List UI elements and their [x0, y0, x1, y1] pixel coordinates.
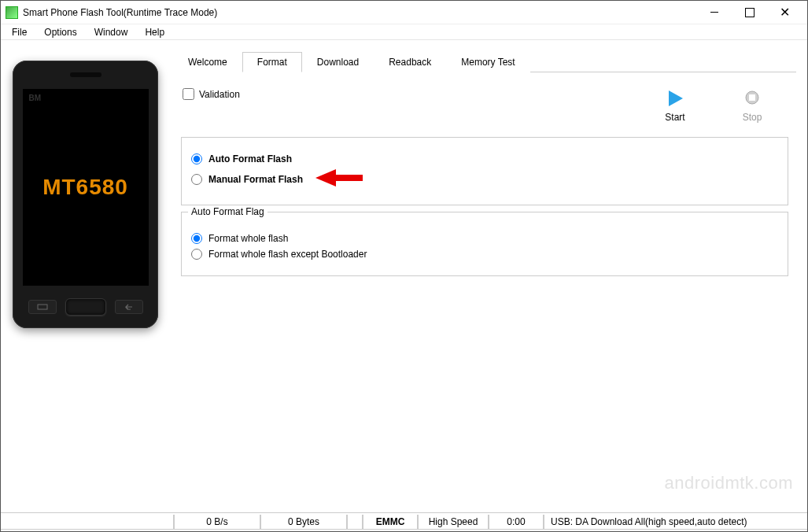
- right-panel: Welcome Format Download Readback Memory …: [170, 40, 807, 512]
- maximize-button[interactable]: [732, 1, 767, 24]
- action-buttons: Start Stop: [656, 88, 771, 123]
- auto-format-flag-group: Auto Format Flag Format whole flash Form…: [181, 212, 788, 276]
- validation-label: Validation: [199, 89, 240, 100]
- phone-screen: BM MT6580: [23, 89, 149, 286]
- stop-label: Stop: [743, 112, 762, 123]
- radio-format-whole-input[interactable]: [191, 233, 202, 244]
- tab-memory-test[interactable]: Memory Test: [446, 52, 529, 72]
- phone-chipset-label: MT6580: [42, 175, 128, 200]
- stop-button[interactable]: Stop: [733, 88, 771, 123]
- tab-content-format: Validation Start Stop: [173, 72, 796, 508]
- status-progress: [1, 515, 174, 530]
- radio-auto-format-input[interactable]: [191, 153, 202, 164]
- phone-home-button: [65, 298, 106, 316]
- phone-buttons: [13, 286, 158, 328]
- stop-icon: [742, 88, 762, 109]
- svg-marker-5: [315, 169, 336, 187]
- format-mode-group: Auto Format Flash Manual Format Flash: [181, 137, 788, 205]
- status-spacer: [347, 515, 363, 530]
- validation-checkbox-wrap: Validation: [183, 88, 656, 100]
- format-top-row: Validation Start Stop: [175, 80, 795, 134]
- menu-options[interactable]: Options: [36, 25, 84, 39]
- radio-format-except-bootloader-label: Format whole flash except Bootloader: [208, 249, 367, 260]
- statusbar: 0 B/s 0 Bytes EMMC High Speed 0:00 USB: …: [1, 512, 807, 531]
- radio-format-whole-label: Format whole flash: [208, 233, 288, 244]
- status-storage: EMMC: [363, 515, 418, 530]
- minimize-button[interactable]: [696, 1, 732, 24]
- radio-auto-format-label: Auto Format Flash: [208, 153, 292, 164]
- arrow-icon: [315, 169, 363, 189]
- tab-format[interactable]: Format: [242, 52, 302, 72]
- svg-rect-0: [38, 305, 47, 309]
- main-area: BM MT6580 Welcome Format Download Readba…: [1, 40, 807, 512]
- status-speed: 0 B/s: [174, 515, 260, 530]
- menu-help[interactable]: Help: [137, 25, 172, 39]
- radio-manual-format-input[interactable]: [191, 174, 202, 185]
- menu-file[interactable]: File: [4, 25, 35, 39]
- tab-download[interactable]: Download: [302, 52, 374, 72]
- status-usb-mode: USB: DA Download All(high speed,auto det…: [544, 515, 807, 530]
- status-bytes: 0 Bytes: [260, 515, 347, 530]
- play-icon: [665, 88, 685, 109]
- svg-marker-1: [669, 91, 683, 106]
- phone-top: [13, 61, 158, 89]
- left-panel: BM MT6580: [1, 40, 170, 512]
- tab-welcome[interactable]: Welcome: [173, 52, 242, 72]
- radio-auto-format: Auto Format Flash: [191, 153, 778, 164]
- phone-mockup: BM MT6580: [13, 61, 158, 328]
- radio-format-except-bootloader-input[interactable]: [191, 249, 202, 260]
- titlebar: Smart Phone Flash Tool(Runtime Trace Mod…: [1, 1, 807, 24]
- phone-speaker: [70, 72, 101, 77]
- auto-format-flag-legend: Auto Format Flag: [188, 206, 267, 217]
- radio-format-whole: Format whole flash: [191, 233, 778, 244]
- phone-corner-label: BM: [29, 94, 42, 102]
- tab-readback[interactable]: Readback: [374, 52, 446, 72]
- start-button[interactable]: Start: [656, 88, 694, 123]
- radio-manual-format-label: Manual Format Flash: [208, 174, 303, 185]
- app-icon: [6, 6, 18, 19]
- phone-back-button: [115, 300, 143, 314]
- menubar: File Options Window Help: [1, 24, 807, 40]
- window-title: Smart Phone Flash Tool(Runtime Trace Mod…: [23, 7, 696, 18]
- validation-checkbox[interactable]: [183, 88, 194, 100]
- status-bus: High Speed: [418, 515, 489, 530]
- svg-rect-4: [334, 175, 363, 181]
- window-controls: ✕: [696, 1, 802, 24]
- radio-manual-format: Manual Format Flash: [191, 169, 778, 189]
- tab-strip: Welcome Format Download Readback Memory …: [173, 51, 796, 72]
- phone-menu-button: [28, 300, 57, 314]
- radio-format-except-bootloader: Format whole flash except Bootloader: [191, 249, 778, 260]
- start-label: Start: [665, 112, 684, 123]
- menu-window[interactable]: Window: [87, 25, 136, 39]
- svg-rect-3: [749, 94, 755, 101]
- status-time: 0:00: [489, 515, 544, 530]
- close-button[interactable]: ✕: [767, 1, 802, 24]
